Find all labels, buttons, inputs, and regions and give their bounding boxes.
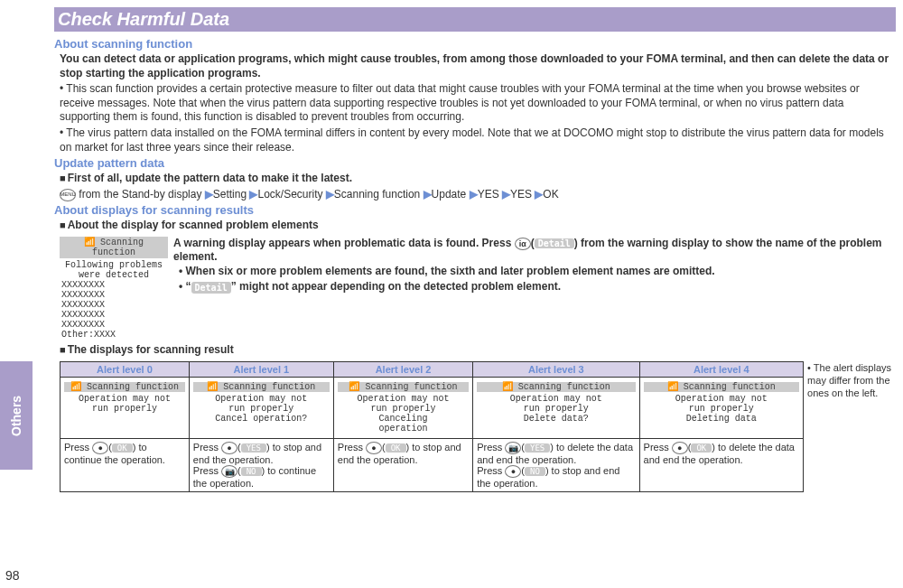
page-title: Check Harmful Data xyxy=(54,7,896,32)
nav-arrow-icon: ▶ xyxy=(502,188,510,201)
ok-label: OK xyxy=(691,443,712,453)
nav3: Scanning function xyxy=(334,188,420,201)
alert4-screen: 📶 Scanning function Operation may notrun… xyxy=(644,380,800,425)
section-scanning-head: About scanning function xyxy=(54,37,896,51)
alert3-screen: 📶 Scanning function Operation may notrun… xyxy=(477,380,635,425)
nav-arrow-icon: ▶ xyxy=(470,188,478,201)
alert0-screen: 📶 Scanning function Operation may notrun… xyxy=(64,380,185,415)
nav-arrow-icon: ▶ xyxy=(326,188,334,201)
camera-key-icon: 📷 xyxy=(505,442,521,454)
alert-h3: Alert level 3 xyxy=(473,361,639,377)
section-update-head: Update pattern data xyxy=(54,156,896,170)
nav6: YES xyxy=(510,188,532,201)
ok-label: OK xyxy=(386,443,406,453)
px1: XXXXXXXX xyxy=(61,280,166,290)
ok-key-icon: ● xyxy=(366,442,382,454)
camera-key-icon: 📷 xyxy=(221,465,237,478)
alert0-desc: Press ●(OK) to continue the operation. xyxy=(61,438,190,491)
problem-screen: 📶 Scanning function Following problems w… xyxy=(60,237,168,341)
nav4: Update xyxy=(432,188,467,201)
alert4-desc: Press ●(OK) to delete the data and end t… xyxy=(639,438,804,491)
update-sub: First of all, update the pattern data to… xyxy=(60,172,896,186)
nav7: OK xyxy=(543,188,558,201)
warn-b2: “Detail” might not appear depending on t… xyxy=(179,280,896,294)
yes-label: YES xyxy=(241,443,266,453)
px5: XXXXXXXX xyxy=(61,320,166,330)
alert-h2: Alert level 2 xyxy=(333,361,472,377)
px2: XXXXXXXX xyxy=(61,290,166,300)
side-tab-others: Others xyxy=(0,361,33,470)
alert2-desc: Press ●(OK) to stop and end the operatio… xyxy=(333,438,472,491)
side-note: • The alert displays may differ from the… xyxy=(807,359,896,492)
problem-screen-title: 📶 Scanning function xyxy=(60,237,168,258)
section-results-head: About displays for scanning results xyxy=(54,203,896,217)
scanning-lead: You can detect data or application progr… xyxy=(60,52,896,80)
ok-key-icon: ● xyxy=(672,442,688,454)
nav2: Lock/Security xyxy=(257,188,322,201)
yes-label: YES xyxy=(525,443,550,453)
ok-label: OK xyxy=(112,443,133,453)
alert3-desc: Press 📷(YES) to delete the data and end … xyxy=(473,438,639,491)
scanning-bullet-1: This scan function provides a certain pr… xyxy=(60,82,896,125)
results-sub2: The displays for scanning result xyxy=(60,343,896,358)
pl1: Following problems xyxy=(61,260,166,270)
ok-key-icon: ● xyxy=(92,442,108,454)
menu-key-icon: MENU xyxy=(60,189,76,201)
no-label: NO xyxy=(525,467,545,476)
ok-key-icon: ● xyxy=(221,442,237,454)
alert-h0: Alert level 0 xyxy=(61,361,190,377)
warn-lead: A warning display appears when problemat… xyxy=(173,237,896,263)
alert-h4: Alert level 4 xyxy=(639,361,804,377)
alert1-desc: Press ●(YES) to stop and end the operati… xyxy=(189,438,333,491)
page-number: 98 xyxy=(5,568,20,583)
ok-key-icon: ● xyxy=(505,465,521,478)
no-label: NO xyxy=(241,467,262,476)
softkey-icon: iα xyxy=(515,238,531,250)
nav-arrow-icon: ▶ xyxy=(205,188,213,201)
detail-button: Detail xyxy=(191,282,231,294)
detail-button: Detail xyxy=(535,238,574,248)
nav5: YES xyxy=(478,188,499,201)
nav-arrow-icon: ▶ xyxy=(535,188,543,201)
alert2-screen: 📶 Scanning function Operation may notrun… xyxy=(338,380,469,435)
pother: Other:XXXX xyxy=(61,330,166,340)
nav1: Setting xyxy=(213,188,247,201)
nav-pre: from the Stand-by display xyxy=(76,188,201,201)
warn-b1: When six or more problem elements are fo… xyxy=(179,265,896,279)
alert-table: Alert level 0 Alert level 1 Alert level … xyxy=(60,361,804,492)
results-sub1: About the display for scanned problem el… xyxy=(60,219,896,233)
px3: XXXXXXXX xyxy=(61,300,166,310)
px4: XXXXXXXX xyxy=(61,310,166,320)
scanning-bullet-2: The virus pattern data installed on the … xyxy=(60,126,896,154)
alert1-screen: 📶 Scanning function Operation may notrun… xyxy=(193,380,330,425)
update-nav: MENU from the Stand-by display ▶Setting … xyxy=(60,188,896,202)
alert-h1: Alert level 1 xyxy=(189,361,333,377)
nav-arrow-icon: ▶ xyxy=(424,188,432,201)
pl2: were detected xyxy=(61,270,166,280)
